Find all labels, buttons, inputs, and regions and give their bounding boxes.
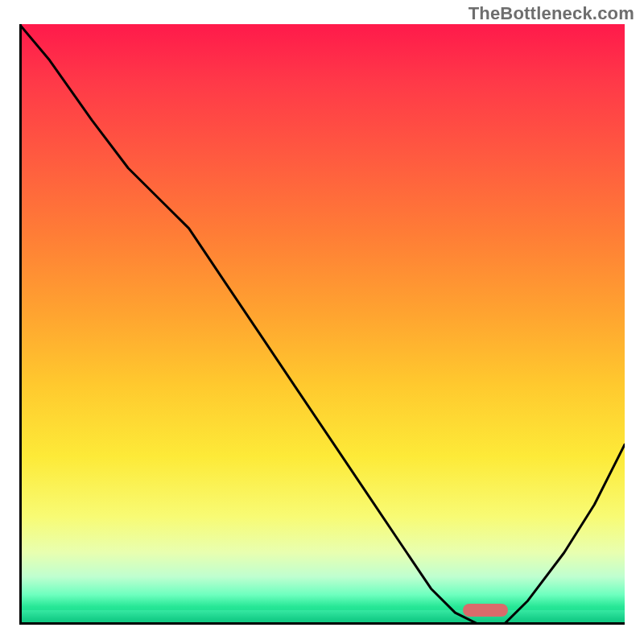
x-axis: [19, 622, 625, 625]
y-axis: [19, 24, 22, 625]
bottleneck-curve: [19, 24, 625, 625]
watermark-label: TheBottleneck.com: [469, 3, 634, 24]
optimal-marker: [463, 604, 508, 617]
chart-container: TheBottleneck.com: [0, 0, 644, 644]
plot-area: [19, 24, 625, 625]
